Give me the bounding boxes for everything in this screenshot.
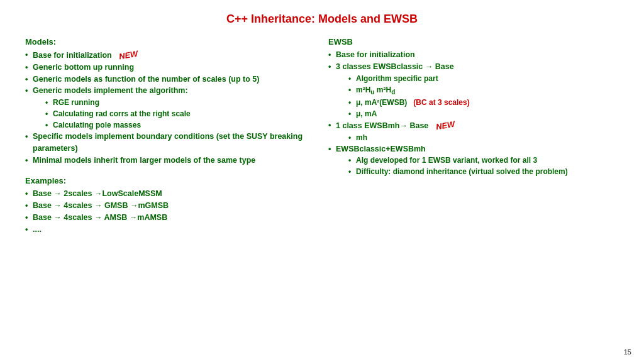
bc-note: (BC at 3 scales) xyxy=(413,98,469,107)
item-text: 1 class EWSBmh→ Base xyxy=(336,121,428,130)
list-item: 3 classes EWSBclassic → Base Algorithm s… xyxy=(328,61,619,119)
list-item: Generic models implement the algorithm: … xyxy=(25,85,316,131)
sub-list-item: μ, mA xyxy=(348,108,619,119)
list-item: EWSBclassic+EWSBmh Alg developed for 1 E… xyxy=(328,143,619,178)
item-text: Generic models implement the algorithm: xyxy=(33,86,188,95)
sub-list-item: mh xyxy=(348,132,619,143)
models-section-title: Models: xyxy=(25,37,316,47)
right-column: EWSB Base for initialization 3 classes E… xyxy=(328,37,619,235)
item-text: Base for initialization xyxy=(336,50,415,59)
list-item: Base for initialization NEW xyxy=(25,49,316,62)
new-badge: NEW xyxy=(118,48,139,63)
sub-list: Algorithm specific part m²Hu m²Hd μ, mA²… xyxy=(336,73,619,119)
sub-list-item: μ, mA²(EWSB) (BC at 3 scales) xyxy=(348,97,619,108)
sub-list: mh xyxy=(336,132,619,143)
list-item: 1 class EWSBmh→ Base NEW mh xyxy=(328,119,619,143)
sub-list: Alg developed for 1 EWSB variant, worked… xyxy=(336,155,619,177)
item-text: Minimal models inherit from larger model… xyxy=(33,156,255,165)
sub-list-item: Calculating rad corrs at the right scale xyxy=(45,108,316,119)
ewsb-section-title: EWSB xyxy=(328,37,619,47)
sub-list: RGE running Calculating rad corrs at the… xyxy=(33,97,316,131)
sub-list-item: Algorithm specific part xyxy=(348,73,619,84)
list-item: Specific models implement boundary condi… xyxy=(25,131,316,155)
sub-list-item: RGE running xyxy=(45,97,316,108)
sub-list-item: Alg developed for 1 EWSB variant, worked… xyxy=(348,155,619,166)
list-item: Base → 4scales → GMSB →mGMSB xyxy=(25,200,316,212)
list-item: Base → 4scales → AMSB →mAMSB xyxy=(25,212,316,224)
new-badge: NEW xyxy=(435,118,455,133)
list-item: Generic models as function of the number… xyxy=(25,74,316,85)
ewsb-list: Base for initialization 3 classes EWSBcl… xyxy=(328,49,619,177)
left-column: Models: Base for initialization NEW Gene… xyxy=(25,37,316,235)
models-list: Base for initialization NEW Generic bott… xyxy=(25,49,316,166)
list-item: Base → 2scales →LowScaleMSSM xyxy=(25,188,316,200)
item-text: Base for initialization xyxy=(33,51,112,60)
item-text: Specific models implement boundary condi… xyxy=(33,132,303,153)
list-item: Minimal models inherit from larger model… xyxy=(25,155,316,167)
page-title: C++ Inheritance: Models and EWSB xyxy=(25,13,619,26)
examples-list: Base → 2scales →LowScaleMSSM Base → 4sca… xyxy=(25,188,316,235)
examples-section: Examples: Base → 2scales →LowScaleMSSM B… xyxy=(25,176,316,235)
list-item: .... xyxy=(25,224,316,236)
list-item: Generic bottom up running xyxy=(25,62,316,74)
page-number: 15 xyxy=(624,348,631,356)
page-container: C++ Inheritance: Models and EWSB Models:… xyxy=(0,0,644,362)
list-item: Base for initialization xyxy=(328,49,619,61)
item-text: Generic models as function of the number… xyxy=(33,75,259,84)
item-text: 3 classes EWSBclassic → Base xyxy=(336,62,454,71)
sub-list-item: Calculating pole masses xyxy=(45,119,316,131)
two-column-layout: Models: Base for initialization NEW Gene… xyxy=(25,37,619,235)
sub-list-item: Difficulty: diamond inheritance (virtual… xyxy=(348,166,619,177)
item-text: Generic bottom up running xyxy=(33,63,134,72)
item-text: EWSBclassic+EWSBmh xyxy=(336,145,426,153)
examples-section-title: Examples: xyxy=(25,176,316,185)
sub-list-item: m²Hu m²Hd xyxy=(348,84,619,97)
